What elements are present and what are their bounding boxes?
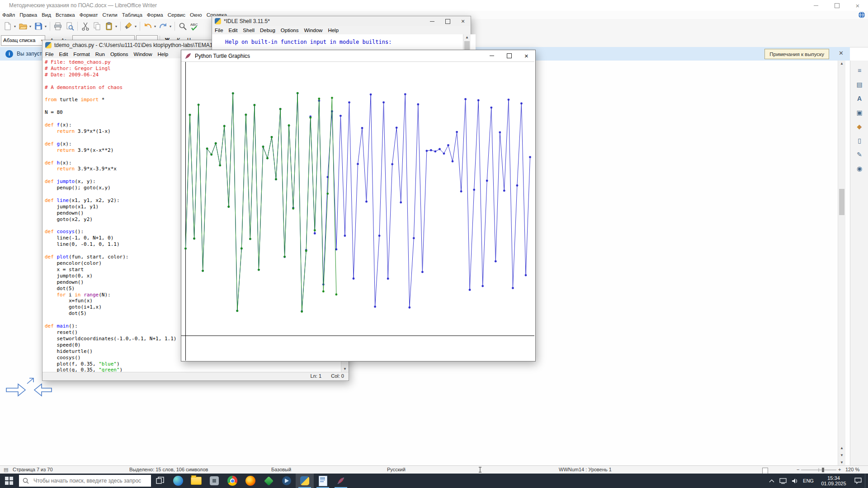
globe-icon[interactable] [858,11,865,19]
shell-menu-file[interactable]: File [212,27,226,34]
status-page-style[interactable]: Базовый [271,467,291,472]
idle-shell-titlebar[interactable]: *IDLE Shell 3.11.5* × [212,16,471,26]
menu-edit[interactable]: Правка [17,11,39,19]
undo-dropdown[interactable]: ▾ [153,24,157,28]
menu-form[interactable]: Форма [145,11,165,19]
turtle-minimize-button[interactable] [483,50,500,61]
save-dropdown[interactable]: ▾ [44,24,47,28]
turtle-close-button[interactable]: × [518,50,535,61]
spelling-icon[interactable]: ABC [189,20,200,32]
status-page[interactable]: Страница 7 из 70 [13,467,53,472]
menu-format[interactable]: Формат [77,11,100,19]
action-center-button[interactable] [851,474,865,488]
previous-page-icon[interactable]: ▲ [838,446,845,450]
show-desktop-button[interactable] [865,474,868,488]
taskbar-app-idle[interactable] [296,474,314,488]
volume-icon[interactable] [789,474,801,488]
shell-minimize-button[interactable] [425,16,440,26]
taskbar-app-firefox[interactable] [241,474,259,488]
save-icon[interactable] [33,20,44,32]
search-input[interactable] [33,477,147,484]
close-button[interactable]: × [847,0,868,11]
find-replace-icon[interactable] [177,20,188,32]
status-list-level[interactable]: WWNum14 : Уровень 1 [559,467,612,472]
menu-table[interactable]: Таблица [120,11,145,19]
editor-menu-edit[interactable]: Edit [57,51,71,58]
taskbar-app-mail[interactable] [278,474,296,488]
language-indicator[interactable]: ENG [801,474,816,488]
hidden-icons-chevron[interactable] [766,474,777,488]
open-file-dropdown[interactable]: ▾ [28,24,32,28]
paragraph-style-combo[interactable]: Абзац списка ▾ [1,35,45,46]
gallery-icon[interactable]: ▣ [854,107,865,118]
menu-styles[interactable]: Стили [100,11,120,19]
redo-icon[interactable] [158,20,169,32]
task-view-button[interactable] [151,474,169,488]
shell-menu-shell[interactable]: Shell [240,27,257,34]
editor-menu-format[interactable]: Format [71,51,92,58]
editor-menu-run[interactable]: Run [93,51,108,58]
editor-menu-file[interactable]: File [42,51,57,58]
menu-insert[interactable]: Вставка [53,11,77,19]
cut-icon[interactable] [80,20,91,32]
taskbar-app-diamond[interactable] [259,474,278,488]
scroll-up-icon[interactable]: ▲ [838,61,845,66]
menu-file[interactable]: Файл [0,11,17,19]
document-vertical-scrollbar[interactable]: ▲ ▲ ▼ ▼ [838,61,845,465]
shell-menu-help[interactable]: Help [325,27,341,34]
taskbar-app-chrome[interactable] [223,474,241,488]
copy-icon[interactable] [92,20,103,32]
taskbar-app-writer[interactable] [314,474,332,488]
shell-close-button[interactable]: × [455,16,471,26]
zoom-slider[interactable]: −+ [797,467,842,474]
redo-dropdown[interactable]: ▾ [169,24,172,28]
inspector-icon[interactable]: ◉ [854,163,865,174]
taskbar-app-edge[interactable] [169,474,187,488]
next-page-icon[interactable]: ▼ [838,453,845,457]
new-document-dropdown[interactable]: ▾ [13,24,17,28]
status-zoom-percent[interactable]: 120 % [845,467,859,472]
properties-icon[interactable]: ▤ [854,79,865,90]
start-button[interactable] [0,474,18,488]
page-deck-icon[interactable]: ▯ [854,135,865,146]
new-document-icon[interactable] [2,20,13,32]
infobar-close-icon[interactable]: ✕ [839,50,844,56]
print-icon[interactable] [52,20,63,32]
shell-menu-options[interactable]: Options [278,27,302,34]
editor-scroll-down-icon[interactable]: ▼ [341,367,349,371]
status-word-count[interactable]: Выделено: 15 слов, 106 символов [129,467,208,472]
navigator-icon[interactable]: ◆ [854,121,865,132]
shell-menu-window[interactable]: Window [301,27,325,34]
network-icon[interactable] [777,474,789,488]
paste-icon[interactable] [104,20,114,32]
sidebar-settings-icon[interactable]: ≡ [854,65,865,76]
status-language[interactable]: Русский [387,467,406,472]
selection-mode-icon[interactable] [477,467,483,474]
clone-dropdown[interactable]: ▾ [134,24,137,28]
editor-menu-options[interactable]: Options [108,51,131,58]
release-notes-button[interactable]: Примечания к выпуску [764,49,829,59]
menu-view[interactable]: Вид [39,11,53,19]
shell-scroll-up-icon[interactable]: ▲ [463,35,471,39]
restore-button[interactable] [826,0,847,11]
print-preview-icon[interactable] [64,20,75,32]
scrollbar-thumb[interactable] [839,189,844,215]
shell-menu-debug[interactable]: Debug [257,27,278,34]
libreoffice-titlebar[interactable]: Методические указания по ПОАС.docx — Lib… [0,0,868,11]
menu-tools[interactable]: Сервис [165,11,188,19]
menu-window[interactable]: Окно [188,11,204,19]
turtle-maximize-button[interactable] [500,50,518,61]
taskbar-search[interactable] [19,475,151,487]
editor-menu-window[interactable]: Window [131,51,155,58]
shell-maximize-button[interactable] [440,16,455,26]
paste-dropdown[interactable]: ▾ [114,24,118,28]
clone-formatting-icon[interactable] [123,20,134,32]
book-view-icon[interactable] [762,468,768,474]
scroll-down-icon[interactable]: ▼ [838,460,845,465]
styles-icon[interactable]: A [854,93,865,104]
open-file-icon[interactable] [18,20,28,32]
undo-icon[interactable] [142,20,153,32]
shell-menu-edit[interactable]: Edit [226,27,241,34]
turtle-titlebar[interactable]: Python Turtle Graphics × [181,50,535,61]
minimize-button[interactable] [806,0,826,11]
